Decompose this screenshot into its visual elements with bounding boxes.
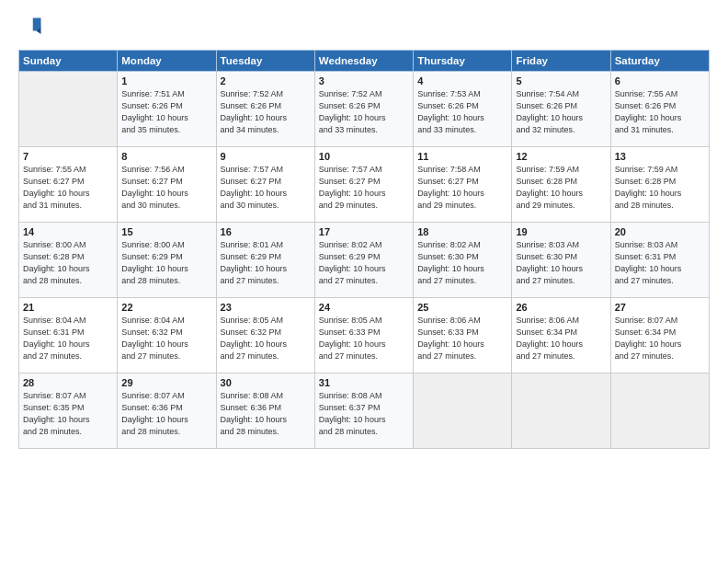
calendar-cell: 11Sunrise: 7:58 AM Sunset: 6:27 PM Dayli… [414, 147, 512, 223]
cell-text: Sunrise: 8:08 AM Sunset: 6:37 PM Dayligh… [319, 390, 409, 438]
day-number: 31 [319, 377, 409, 388]
weekday-header-thursday: Thursday [414, 51, 512, 72]
day-number: 22 [121, 302, 211, 313]
calendar-cell: 2Sunrise: 7:52 AM Sunset: 6:26 PM Daylig… [216, 72, 314, 147]
day-number: 27 [615, 302, 705, 313]
calendar-cell: 10Sunrise: 7:57 AM Sunset: 6:27 PM Dayli… [314, 147, 413, 223]
day-number: 20 [615, 226, 705, 237]
day-number: 18 [417, 226, 507, 237]
cell-text: Sunrise: 7:52 AM Sunset: 6:26 PM Dayligh… [221, 88, 311, 136]
cell-text: Sunrise: 8:02 AM Sunset: 6:29 PM Dayligh… [319, 239, 409, 287]
day-number: 19 [516, 226, 606, 237]
header [18, 15, 710, 40]
calendar-cell [610, 373, 709, 449]
calendar-cell: 16Sunrise: 8:01 AM Sunset: 6:29 PM Dayli… [216, 223, 314, 298]
cell-text: Sunrise: 8:01 AM Sunset: 6:29 PM Dayligh… [221, 239, 311, 287]
cell-text: Sunrise: 8:05 AM Sunset: 6:32 PM Dayligh… [221, 315, 311, 362]
cell-text: Sunrise: 7:58 AM Sunset: 6:27 PM Dayligh… [417, 164, 507, 212]
cell-text: Sunrise: 7:52 AM Sunset: 6:26 PM Dayligh… [319, 88, 409, 136]
day-number: 23 [221, 302, 311, 313]
calendar-cell: 7Sunrise: 7:55 AM Sunset: 6:27 PM Daylig… [19, 147, 118, 223]
page: SundayMondayTuesdayWednesdayThursdayFrid… [0, 0, 728, 563]
day-number: 25 [417, 302, 507, 313]
day-number: 14 [23, 226, 113, 237]
cell-text: Sunrise: 7:56 AM Sunset: 6:27 PM Dayligh… [121, 164, 211, 212]
day-number: 10 [319, 151, 409, 162]
cell-text: Sunrise: 8:07 AM Sunset: 6:35 PM Dayligh… [23, 390, 113, 438]
calendar-cell: 21Sunrise: 8:04 AM Sunset: 6:31 PM Dayli… [19, 298, 118, 373]
calendar-cell: 26Sunrise: 8:06 AM Sunset: 6:34 PM Dayli… [512, 298, 610, 373]
calendar-cell: 25Sunrise: 8:06 AM Sunset: 6:33 PM Dayli… [414, 298, 512, 373]
day-number: 28 [23, 377, 113, 388]
cell-text: Sunrise: 7:55 AM Sunset: 6:27 PM Dayligh… [23, 164, 113, 212]
calendar-cell: 22Sunrise: 8:04 AM Sunset: 6:32 PM Dayli… [118, 298, 216, 373]
calendar-cell: 13Sunrise: 7:59 AM Sunset: 6:28 PM Dayli… [610, 147, 709, 223]
weekday-header-tuesday: Tuesday [216, 51, 314, 72]
calendar-table: SundayMondayTuesdayWednesdayThursdayFrid… [18, 50, 710, 449]
logo-icon [18, 15, 44, 40]
cell-text: Sunrise: 8:08 AM Sunset: 6:36 PM Dayligh… [221, 390, 311, 438]
calendar-cell: 20Sunrise: 8:03 AM Sunset: 6:31 PM Dayli… [610, 223, 709, 298]
day-number: 6 [615, 75, 705, 86]
day-number: 15 [121, 226, 211, 237]
logo [18, 15, 48, 40]
calendar-cell [512, 373, 610, 449]
day-number: 11 [417, 151, 507, 162]
cell-text: Sunrise: 7:59 AM Sunset: 6:28 PM Dayligh… [615, 164, 705, 212]
cell-text: Sunrise: 7:59 AM Sunset: 6:28 PM Dayligh… [516, 164, 606, 212]
day-number: 12 [516, 151, 606, 162]
calendar-cell: 19Sunrise: 8:03 AM Sunset: 6:30 PM Dayli… [512, 223, 610, 298]
calendar-cell: 29Sunrise: 8:07 AM Sunset: 6:36 PM Dayli… [118, 373, 216, 449]
day-number: 16 [221, 226, 311, 237]
calendar-cell: 28Sunrise: 8:07 AM Sunset: 6:35 PM Dayli… [19, 373, 118, 449]
cell-text: Sunrise: 8:00 AM Sunset: 6:28 PM Dayligh… [23, 239, 113, 287]
cell-text: Sunrise: 7:54 AM Sunset: 6:26 PM Dayligh… [516, 88, 606, 136]
cell-text: Sunrise: 8:04 AM Sunset: 6:32 PM Dayligh… [121, 315, 211, 362]
calendar-cell [414, 373, 512, 449]
cell-text: Sunrise: 8:06 AM Sunset: 6:33 PM Dayligh… [417, 315, 507, 362]
calendar-cell: 1Sunrise: 7:51 AM Sunset: 6:26 PM Daylig… [118, 72, 216, 147]
calendar-cell: 23Sunrise: 8:05 AM Sunset: 6:32 PM Dayli… [216, 298, 314, 373]
calendar-week-row: 14Sunrise: 8:00 AM Sunset: 6:28 PM Dayli… [19, 223, 710, 298]
day-number: 3 [319, 75, 409, 86]
cell-text: Sunrise: 8:04 AM Sunset: 6:31 PM Dayligh… [23, 315, 113, 362]
calendar-week-row: 28Sunrise: 8:07 AM Sunset: 6:35 PM Dayli… [19, 373, 710, 449]
calendar-week-row: 7Sunrise: 7:55 AM Sunset: 6:27 PM Daylig… [19, 147, 710, 223]
calendar-cell: 27Sunrise: 8:07 AM Sunset: 6:34 PM Dayli… [610, 298, 709, 373]
cell-text: Sunrise: 7:55 AM Sunset: 6:26 PM Dayligh… [615, 88, 705, 136]
calendar-cell: 17Sunrise: 8:02 AM Sunset: 6:29 PM Dayli… [314, 223, 413, 298]
weekday-header-row: SundayMondayTuesdayWednesdayThursdayFrid… [19, 51, 710, 72]
calendar-cell: 18Sunrise: 8:02 AM Sunset: 6:30 PM Dayli… [414, 223, 512, 298]
day-number: 4 [417, 75, 507, 86]
calendar-cell: 3Sunrise: 7:52 AM Sunset: 6:26 PM Daylig… [314, 72, 413, 147]
day-number: 24 [319, 302, 409, 313]
day-number: 26 [516, 302, 606, 313]
calendar-cell: 8Sunrise: 7:56 AM Sunset: 6:27 PM Daylig… [118, 147, 216, 223]
cell-text: Sunrise: 7:57 AM Sunset: 6:27 PM Dayligh… [319, 164, 409, 212]
cell-text: Sunrise: 8:07 AM Sunset: 6:34 PM Dayligh… [615, 315, 705, 362]
calendar-week-row: 1Sunrise: 7:51 AM Sunset: 6:26 PM Daylig… [19, 72, 710, 147]
cell-text: Sunrise: 8:05 AM Sunset: 6:33 PM Dayligh… [319, 315, 409, 362]
calendar-cell: 24Sunrise: 8:05 AM Sunset: 6:33 PM Dayli… [314, 298, 413, 373]
weekday-header-wednesday: Wednesday [314, 51, 413, 72]
calendar-cell: 4Sunrise: 7:53 AM Sunset: 6:26 PM Daylig… [414, 72, 512, 147]
day-number: 5 [516, 75, 606, 86]
day-number: 2 [221, 75, 311, 86]
cell-text: Sunrise: 7:57 AM Sunset: 6:27 PM Dayligh… [221, 164, 311, 212]
day-number: 13 [615, 151, 705, 162]
calendar-cell: 30Sunrise: 8:08 AM Sunset: 6:36 PM Dayli… [216, 373, 314, 449]
day-number: 17 [319, 226, 409, 237]
calendar-cell: 15Sunrise: 8:00 AM Sunset: 6:29 PM Dayli… [118, 223, 216, 298]
day-number: 29 [121, 377, 211, 388]
day-number: 1 [121, 75, 211, 86]
calendar-week-row: 21Sunrise: 8:04 AM Sunset: 6:31 PM Dayli… [19, 298, 710, 373]
weekday-header-monday: Monday [118, 51, 216, 72]
weekday-header-friday: Friday [512, 51, 610, 72]
calendar-cell: 31Sunrise: 8:08 AM Sunset: 6:37 PM Dayli… [314, 373, 413, 449]
day-number: 30 [221, 377, 311, 388]
day-number: 21 [23, 302, 113, 313]
cell-text: Sunrise: 7:53 AM Sunset: 6:26 PM Dayligh… [417, 88, 507, 136]
calendar-cell: 9Sunrise: 7:57 AM Sunset: 6:27 PM Daylig… [216, 147, 314, 223]
cell-text: Sunrise: 8:03 AM Sunset: 6:30 PM Dayligh… [516, 239, 606, 287]
cell-text: Sunrise: 8:07 AM Sunset: 6:36 PM Dayligh… [121, 390, 211, 438]
